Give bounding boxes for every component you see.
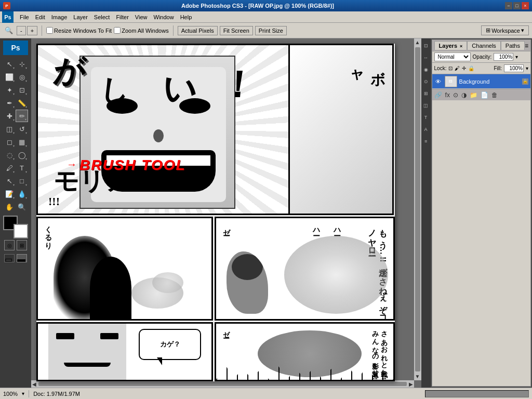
workspace-button[interactable]: ⊞ Workspace ▾ — [481, 25, 529, 35]
history-brush-button[interactable]: ↺▾ — [16, 123, 28, 135]
menu-image[interactable]: Image — [48, 13, 71, 21]
fit-screen-button[interactable]: Fit Screen — [220, 26, 253, 35]
rt-button-4[interactable]: ⊙ — [422, 76, 430, 87]
fill-arrow[interactable]: ▾ — [526, 65, 528, 71]
clone-stamp-button[interactable]: ◫▾ — [3, 123, 16, 135]
lock-transparent-button[interactable]: ⊡ — [448, 65, 453, 71]
zoom-all-checkbox[interactable] — [114, 27, 121, 34]
rt-button-6[interactable]: ◫ — [422, 100, 430, 111]
new-layer-button[interactable]: 📄 — [481, 91, 488, 99]
resize-windows-checkbox[interactable] — [46, 27, 53, 34]
opacity-arrow[interactable]: ▾ — [515, 54, 518, 60]
scroll-thumb-h[interactable] — [38, 382, 407, 386]
shape-button[interactable]: □▾ — [16, 175, 28, 187]
horizontal-scrollbar[interactable]: ◀ ▶ — [31, 380, 414, 388]
lock-all-button[interactable]: 🔒 — [468, 65, 474, 71]
new-adjustment-button[interactable]: ◑ — [461, 91, 467, 99]
rt-button-3[interactable]: ◉ — [422, 64, 430, 75]
fill-input[interactable] — [504, 64, 524, 72]
panel-menu-button[interactable]: ≡ — [525, 42, 528, 49]
scroll-down-arrow[interactable]: ▼ — [414, 373, 421, 380]
notes-button[interactable]: 📝▾ — [3, 188, 16, 200]
pen-tools-row: 🖊▾ T▾ — [3, 162, 28, 174]
artboard-tool-button[interactable]: ⊹▾ — [16, 58, 28, 70]
quick-mask-button[interactable]: ◎ — [4, 240, 15, 250]
menu-view[interactable]: View — [132, 13, 151, 21]
scroll-thumb-v[interactable] — [415, 47, 420, 371]
rt-button-1[interactable]: ⊡ — [422, 41, 430, 51]
menu-select[interactable]: Select — [91, 13, 113, 21]
rt-button-2[interactable]: ↔ — [422, 52, 430, 63]
screen-mode-button[interactable]: ▭ — [4, 254, 15, 262]
scroll-right-arrow[interactable]: ▶ — [408, 380, 414, 388]
new-group-button[interactable]: 📁 — [470, 91, 477, 99]
lock-image-button[interactable]: 🖌 — [455, 65, 460, 71]
opacity-label: Opacity: — [473, 54, 492, 60]
menu-filter[interactable]: Filter — [113, 13, 131, 21]
rt-button-9[interactable]: ≡ — [422, 136, 430, 147]
zoom-in-button[interactable]: + — [27, 26, 37, 35]
minimize-button[interactable]: − — [505, 2, 512, 9]
document-canvas[interactable]: が し い ！ 捕まえたぞ—っ!!! ボ ャ → BRUSH TOOL — [36, 44, 395, 381]
layers-tab-close[interactable]: × — [460, 44, 462, 49]
screen-mode-buttons: ▭ ▬ — [3, 252, 28, 264]
hand-button[interactable]: ✋ — [3, 201, 16, 213]
standard-mode-button[interactable]: ⊞ — [17, 240, 27, 250]
rt-button-8[interactable]: A — [422, 124, 430, 135]
layer-visibility-eye[interactable]: 👁 — [434, 77, 443, 86]
rt-button-7[interactable]: T — [422, 112, 430, 123]
stamp-tools-row: ◫▾ ↺▾ — [3, 123, 28, 135]
background-color[interactable] — [14, 224, 28, 238]
eyedropper2-button[interactable]: 💧▾ — [16, 188, 28, 200]
type-button[interactable]: T▾ — [16, 162, 28, 174]
move-tool-button[interactable]: ↖▾ — [3, 58, 16, 70]
lock-position-button[interactable]: ✛ — [462, 65, 466, 71]
zoom-all-checkbox-label[interactable]: Zoom All Windows — [114, 27, 168, 34]
canvas-area[interactable]: ▲ ▼ ◀ ▶ — [31, 38, 421, 388]
path-select-button[interactable]: ↖▾ — [3, 175, 16, 187]
menu-file[interactable]: File — [17, 13, 32, 21]
menu-edit[interactable]: Edit — [32, 13, 48, 21]
layers-options-row: Normal Multiply Screen Opacity: ▾ — [432, 51, 530, 63]
eraser-button[interactable]: ◻▾ — [3, 136, 16, 148]
speech-bubble-bottom: カゲ？ — [139, 329, 201, 360]
resize-windows-checkbox-label[interactable]: Resize Windows To Fit — [46, 27, 112, 34]
fullscreen-mode-button[interactable]: ▬ — [17, 254, 27, 262]
opacity-input[interactable] — [494, 53, 513, 61]
scroll-up-arrow[interactable]: ▲ — [414, 38, 421, 46]
pen-button[interactable]: 🖊▾ — [3, 162, 16, 174]
manga-panel-bot-left: カゲ？ — [36, 322, 213, 381]
zoom-out-button[interactable]: - — [17, 26, 26, 35]
link-layers-button[interactable]: 🔗 — [434, 91, 442, 99]
add-mask-button[interactable]: ⊙ — [453, 91, 458, 99]
menu-help[interactable]: Help — [177, 13, 195, 21]
rt-button-5[interactable]: ⊞ — [422, 88, 430, 99]
tab-channels[interactable]: Channels — [467, 41, 500, 50]
marquee-tool-button[interactable]: ⬜▾ — [3, 71, 16, 83]
dodge-button[interactable]: ◯▾ — [16, 149, 28, 161]
crop-tool-button[interactable]: ⊡▾ — [16, 84, 28, 96]
eyedropper-button[interactable]: ✒▾ — [3, 97, 16, 109]
menu-layer[interactable]: Layer — [70, 13, 91, 21]
close-button[interactable]: × — [522, 2, 529, 9]
actual-pixels-button[interactable]: Actual Pixels — [178, 26, 218, 35]
menu-window[interactable]: Window — [151, 13, 177, 21]
gradient-button[interactable]: ▦▾ — [16, 136, 28, 148]
tab-paths[interactable]: Paths — [501, 41, 525, 50]
fx-button[interactable]: fx — [445, 91, 450, 99]
tab-layers[interactable]: Layers × — [434, 41, 468, 50]
print-size-button[interactable]: Print Size — [255, 26, 287, 35]
ruler-tool-button[interactable]: 📏▾ — [16, 97, 28, 109]
spot-healing-button[interactable]: ✚▾ — [3, 110, 16, 122]
maximize-button[interactable]: □ — [513, 2, 521, 9]
blend-mode-select[interactable]: Normal Multiply Screen — [434, 52, 471, 61]
magic-wand-button[interactable]: ✦▾ — [3, 84, 16, 96]
blur-button[interactable]: ◌▾ — [3, 149, 16, 161]
brush-tool-button[interactable]: ✏▾ — [16, 110, 28, 122]
delete-layer-button[interactable]: 🗑 — [491, 91, 498, 99]
lasso-tool-button[interactable]: ◎▾ — [16, 71, 28, 83]
vertical-scrollbar[interactable]: ▲ ▼ — [414, 38, 421, 380]
layer-item-background[interactable]: 👁 🖼 Background 🔒 — [432, 74, 530, 89]
status-arrow[interactable]: ▾ — [22, 391, 24, 396]
zoom-button[interactable]: 🔍 — [16, 201, 28, 213]
